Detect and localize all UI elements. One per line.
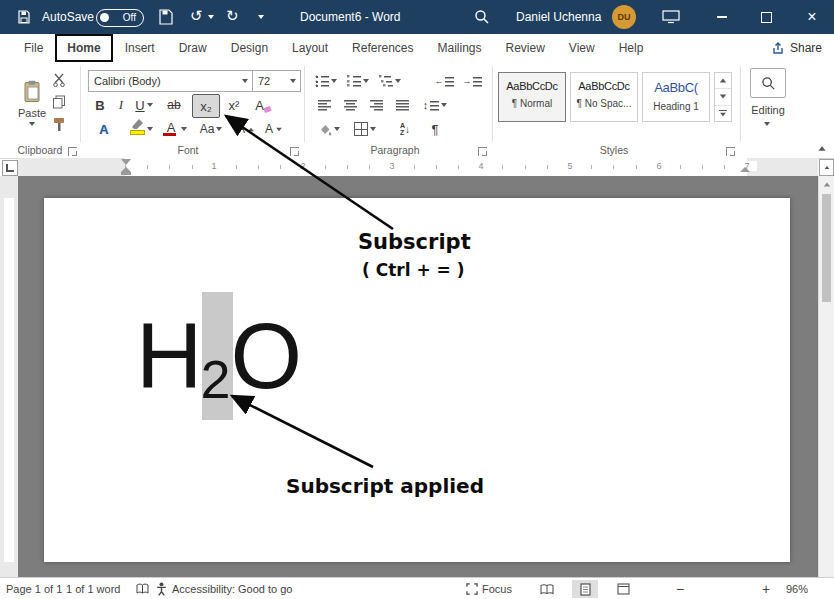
ribbon-display-options-icon[interactable] [662, 10, 680, 24]
zoom-level[interactable]: 96% [786, 578, 808, 599]
tab-file[interactable]: File [12, 34, 55, 62]
grow-font-button[interactable]: A [234, 118, 258, 140]
bold-button[interactable]: B [90, 94, 110, 116]
close-button[interactable]: × [792, 0, 832, 34]
vertical-scrollbar[interactable] [818, 176, 834, 577]
shrink-font-button[interactable]: A [262, 118, 286, 140]
scrollbar-thumb[interactable] [822, 194, 831, 302]
tab-mailings[interactable]: Mailings [425, 34, 493, 62]
align-right-button[interactable] [364, 94, 388, 116]
share-button[interactable]: Share [771, 34, 822, 62]
clear-formatting-button[interactable]: A [250, 94, 276, 116]
tab-view[interactable]: View [557, 34, 607, 62]
show-paragraph-marks-button[interactable]: ¶ [424, 118, 446, 140]
tab-insert[interactable]: Insert [113, 34, 167, 62]
web-layout-button[interactable] [610, 580, 636, 598]
font-size-combobox[interactable]: 72 [252, 70, 301, 92]
accessibility-icon[interactable] [156, 582, 167, 596]
justify-button[interactable] [390, 94, 414, 116]
tab-review[interactable]: Review [494, 34, 557, 62]
ruler-number: 2 [293, 161, 313, 171]
underline-button[interactable]: U [131, 94, 157, 116]
strikethrough-letters: ab [167, 98, 180, 112]
word-count[interactable]: 1 of 1 word [66, 578, 120, 599]
text-effects-button[interactable]: A [92, 118, 116, 140]
scroll-up-icon[interactable] [824, 183, 830, 187]
tab-references[interactable]: References [340, 34, 425, 62]
redo-icon[interactable]: ↻ [226, 8, 239, 23]
styles-scroll-down-button[interactable] [715, 89, 731, 105]
shrink-font-letter: A [265, 122, 273, 136]
split-window-handle[interactable] [819, 159, 834, 176]
zoom-in-button[interactable]: + [762, 578, 770, 599]
line-spacing-arrow-icon: ↕ [423, 99, 429, 111]
align-left-button[interactable] [312, 94, 336, 116]
change-case-button[interactable]: Aa [196, 118, 226, 140]
page-indicator[interactable]: Page 1 of 1 [6, 578, 62, 599]
proofing-icon[interactable] [136, 583, 149, 595]
borders-button[interactable] [350, 118, 380, 140]
first-line-indent-marker[interactable] [121, 159, 131, 165]
clipboard-dialog-launcher-icon[interactable] [68, 147, 77, 156]
italic-button[interactable]: I [112, 94, 130, 116]
styles-more-button[interactable] [715, 106, 731, 121]
shading-button[interactable] [314, 118, 344, 140]
text-highlight-color-button[interactable] [126, 118, 156, 140]
save-icon[interactable] [158, 9, 173, 25]
user-name[interactable]: Daniel Uchenna [516, 10, 601, 24]
paste-button[interactable]: Paste [12, 68, 52, 138]
numbering-button[interactable] [344, 70, 372, 92]
paragraph-dialog-launcher-icon[interactable] [478, 147, 487, 156]
style-normal[interactable]: AaBbCcDc ¶ Normal [498, 72, 566, 122]
font-dialog-launcher-icon[interactable] [290, 147, 299, 156]
search-icon[interactable] [474, 9, 490, 25]
styles-scroll-up-button[interactable] [715, 73, 731, 89]
find-button[interactable] [750, 68, 786, 98]
style-no-spacing[interactable]: AaBbCcDc ¶ No Spac... [570, 72, 638, 122]
tab-layout[interactable]: Layout [280, 34, 340, 62]
tab-stop-selector[interactable] [2, 160, 18, 176]
quick-access-icon[interactable] [16, 9, 32, 25]
accessibility-status[interactable]: Accessibility: Good to go [172, 578, 292, 599]
tab-draw[interactable]: Draw [167, 34, 219, 62]
decrease-indent-button[interactable]: ← [432, 70, 456, 92]
tab-help[interactable]: Help [607, 34, 656, 62]
focus-button[interactable]: Focus [482, 578, 512, 599]
styles-dialog-launcher-icon[interactable] [726, 147, 735, 156]
customize-quick-access-icon[interactable] [258, 15, 264, 19]
style-heading-1[interactable]: AaBbC( Heading 1 [642, 72, 710, 122]
avatar[interactable]: DU [612, 5, 636, 29]
document-page[interactable]: H 2 O Subscript ( Ctrl + = ) Subscript a… [44, 198, 790, 562]
focus-icon[interactable] [466, 583, 478, 595]
bullets-button[interactable] [312, 70, 340, 92]
left-indent-marker[interactable] [121, 172, 131, 175]
justify-icon [396, 100, 409, 111]
copy-icon[interactable] [52, 95, 66, 109]
zoom-out-button[interactable]: − [676, 578, 684, 599]
multilevel-list-button[interactable] [376, 70, 404, 92]
format-painter-icon[interactable] [52, 117, 66, 132]
cut-icon[interactable] [52, 73, 67, 87]
tab-design[interactable]: Design [219, 34, 280, 62]
align-center-button[interactable] [338, 94, 362, 116]
right-indent-marker[interactable] [740, 167, 750, 172]
line-spacing-button[interactable]: ↕ [420, 94, 450, 116]
increase-indent-button[interactable]: → [460, 70, 484, 92]
strikethrough-button[interactable]: ab [162, 94, 186, 116]
font-color-button[interactable]: A [160, 118, 190, 140]
read-mode-button[interactable] [534, 580, 560, 598]
tab-home[interactable]: Home [55, 34, 112, 62]
undo-dropdown-icon[interactable] [208, 15, 214, 19]
autosave-toggle[interactable]: Off [96, 9, 144, 27]
superscript-button[interactable]: x² [222, 94, 246, 116]
font-name-combobox[interactable]: Calibri (Body) [88, 70, 253, 92]
sort-button[interactable]: A Z ↓ [392, 118, 418, 140]
print-layout-button[interactable] [572, 580, 598, 598]
maximize-button[interactable] [746, 0, 786, 34]
document-text-line[interactable]: H 2 O [136, 310, 300, 402]
minimize-button[interactable] [702, 0, 742, 34]
collapse-ribbon-icon[interactable] [818, 146, 825, 151]
editing-dropdown-icon[interactable] [764, 122, 770, 126]
undo-icon[interactable]: ↺ [190, 8, 203, 23]
subscript-button[interactable]: x₂ [192, 94, 220, 118]
